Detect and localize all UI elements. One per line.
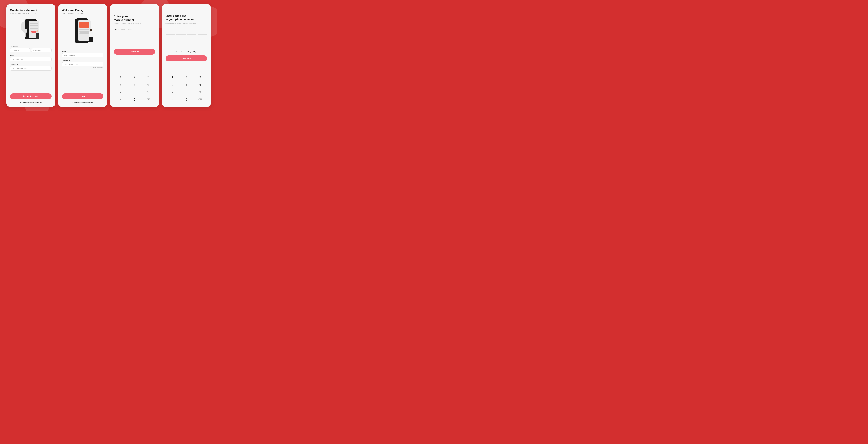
phone-title: Enter yourmobile number [114, 14, 155, 22]
phone-illustration-2 [72, 19, 93, 45]
login-password-label: Password [62, 59, 103, 61]
email-label: Email [10, 54, 52, 56]
otp-backspace-icon: ⌫ [198, 98, 202, 101]
key-4[interactable]: 4 [114, 81, 127, 89]
forgot-password-link[interactable]: Forger Password? [92, 67, 103, 68]
country-code-text: +62 [114, 29, 117, 31]
key-6[interactable]: 6 [141, 81, 155, 89]
email-field-group: Email [10, 54, 52, 62]
phone-back-button[interactable]: ‹ [114, 9, 118, 12]
phone-subtitle: Insert your phone number to continue [114, 23, 155, 25]
otp-key-9[interactable]: 9 [193, 89, 207, 96]
password-label: Password [10, 63, 52, 65]
phone-input-row: +62 ▾ Phone Number [114, 29, 155, 32]
create-account-illustration [10, 16, 52, 43]
cards-container: Create Your Account create your account … [6, 4, 211, 107]
otp-box-1[interactable] [165, 29, 175, 35]
person-head [36, 30, 38, 32]
key-1[interactable]: 1 [114, 74, 127, 81]
tree-trunk [25, 33, 26, 37]
backspace-icon: ⌫ [147, 98, 150, 101]
resend-link[interactable]: Request Again [188, 51, 198, 53]
key-2[interactable]: 2 [127, 74, 141, 81]
otp-key-7[interactable]: 7 [165, 89, 179, 96]
otp-key-2[interactable]: 2 [179, 74, 193, 81]
otp-continue-button[interactable]: Continue [165, 56, 207, 62]
otp-key-8[interactable]: 8 [179, 89, 193, 96]
tree-decoration [22, 29, 28, 40]
otp-key-0[interactable]: 0 [179, 96, 193, 103]
otp-key-3[interactable]: 3 [193, 74, 207, 81]
resend-text: Didn't receive code? [175, 51, 188, 53]
screen-line-3 [30, 28, 38, 29]
lastname-input[interactable] [31, 48, 52, 53]
no-account-text: Don't have account? [72, 101, 87, 103]
country-code-chevron: ▾ [118, 29, 119, 31]
screen-line-1 [30, 23, 38, 24]
forgot-password-row: Forger Password? [62, 67, 103, 68]
login-email-input[interactable] [62, 53, 103, 57]
otp-key-1[interactable]: 1 [165, 74, 179, 81]
key-backspace[interactable]: ⌫ [141, 96, 155, 103]
login-form: Email Password Forger Password? [62, 50, 103, 91]
otp-key-4[interactable]: 4 [165, 81, 179, 89]
key-9[interactable]: 9 [141, 89, 155, 96]
screen-line-2 [30, 25, 38, 26]
otp-card: ‹ Enter code sentto your phone number Al… [162, 4, 211, 107]
login-link[interactable]: Login [37, 101, 41, 103]
otp-key-6[interactable]: 6 [193, 81, 207, 89]
otp-chevron-down-icon: ∨ [172, 99, 173, 101]
login-email-group: Email [62, 50, 103, 57]
login-password-input[interactable] [62, 62, 103, 66]
password-field-group: Password [10, 63, 52, 70]
otp-box-3[interactable] [187, 29, 196, 35]
otp-key-chevron[interactable]: ∨ [165, 96, 179, 103]
phone-number-card: ‹ Enter yourmobile number Insert your ph… [110, 4, 159, 107]
country-code[interactable]: +62 ▾ [114, 29, 119, 31]
create-account-form: Full Name Email Password [10, 45, 52, 91]
name-field-row [10, 48, 52, 53]
fullname-label: Full Name [10, 45, 52, 47]
password-input[interactable] [10, 66, 52, 70]
create-account-subtitle: create your account to start journey [10, 12, 52, 14]
person2-decoration [88, 29, 94, 45]
person2-pants [89, 37, 93, 41]
otp-subtitle: Already sent to number (+62) xxx-xxxx-12… [165, 22, 207, 24]
key-3[interactable]: 3 [141, 74, 155, 81]
chevron-down-icon: ∨ [120, 99, 121, 101]
fullname-field-group: Full Name [10, 45, 52, 53]
login-subtitle: Login to continue your journey [62, 12, 103, 14]
key-chevron-down[interactable]: ∨ [114, 96, 127, 103]
phone-number-placeholder: Phone Number [120, 29, 155, 31]
otp-key-backspace[interactable]: ⌫ [193, 96, 207, 103]
firstname-input[interactable] [10, 48, 30, 53]
login-illustration [62, 16, 103, 48]
person-body [36, 33, 39, 37]
tree-top [23, 29, 27, 33]
key-8[interactable]: 8 [127, 89, 141, 96]
key-5[interactable]: 5 [127, 81, 141, 89]
screen-orange-banner [80, 22, 89, 28]
login-card: Welcome Back, Login to continue your jou… [58, 4, 107, 107]
key-0[interactable]: 0 [127, 96, 141, 103]
otp-input-row [165, 29, 207, 35]
resend-row: Didn't receive code? Request Again [165, 51, 207, 53]
person-decoration [35, 30, 40, 40]
login-button[interactable]: Login [62, 93, 103, 99]
person2-head [90, 29, 92, 31]
otp-key-5[interactable]: 5 [179, 81, 193, 89]
key-7[interactable]: 7 [114, 89, 127, 96]
otp-box-4[interactable] [198, 29, 207, 35]
otp-back-button[interactable]: ‹ [165, 9, 170, 12]
numpad-4: 1 2 3 4 5 6 7 8 9 ∨ 0 ⌫ [165, 74, 207, 103]
login-email-label: Email [62, 50, 103, 52]
email-input[interactable] [10, 57, 52, 62]
signup-link[interactable]: Sign Up [87, 101, 93, 103]
phone-body-2 [75, 19, 89, 43]
create-account-card: Create Your Account create your account … [6, 4, 55, 107]
create-account-title: Create Your Account [10, 9, 52, 12]
otp-box-2[interactable] [176, 29, 186, 35]
login-link-row: Already have account? Login [10, 101, 52, 103]
create-account-button[interactable]: Create Account [10, 93, 52, 99]
phone-continue-button[interactable]: Continue [114, 49, 155, 55]
